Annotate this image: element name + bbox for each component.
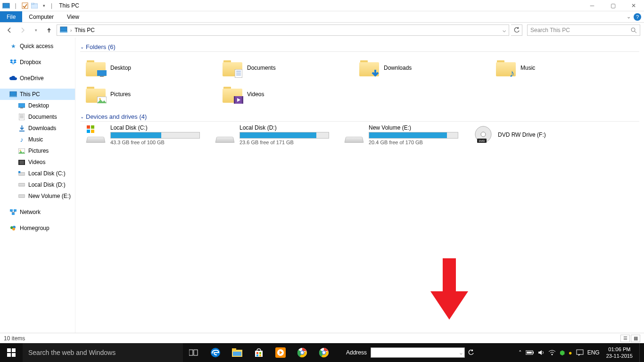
- divider-icon: |: [11, 1, 20, 10]
- desktop-icon: [18, 102, 25, 109]
- folder-pictures[interactable]: Pictures: [86, 81, 204, 107]
- taskbar-store[interactable]: [248, 343, 270, 362]
- nav-music[interactable]: ♪ Music: [0, 134, 75, 145]
- svg-rect-49: [87, 130, 90, 133]
- drive-icon: [344, 124, 364, 144]
- help-icon[interactable]: ?: [634, 13, 641, 21]
- folder-music[interactable]: ♪ Music: [496, 55, 614, 81]
- new-folder-icon[interactable]: [30, 1, 39, 10]
- tray-language[interactable]: ENG: [587, 349, 600, 356]
- svg-rect-47: [87, 125, 90, 129]
- nav-this-pc[interactable]: This PC: [0, 89, 75, 100]
- svg-rect-48: [91, 125, 94, 129]
- nav-local-d[interactable]: Local Disk (D:): [0, 179, 75, 190]
- tray-battery-icon[interactable]: [526, 350, 534, 355]
- taskbar-clock[interactable]: 01:06 PM 23-11-2015: [603, 346, 636, 359]
- svg-rect-80: [533, 352, 534, 354]
- content-area: ⌄ Folders (6) Desktop Documents Downlo: [75, 38, 644, 333]
- tray-app-icon[interactable]: ●: [569, 349, 572, 356]
- drive-e[interactable]: New Volume (E:) 20.4 GB free of 170 GB: [344, 124, 462, 145]
- title-bar: | ▾ | This PC ─ ▢ ✕: [0, 0, 644, 11]
- nav-quick-access[interactable]: ★ Quick access: [0, 41, 75, 52]
- taskbar-chrome[interactable]: [291, 343, 313, 362]
- address-dropdown-icon[interactable]: ⌵: [501, 27, 508, 33]
- svg-rect-17: [19, 131, 25, 132]
- nav-videos[interactable]: Videos: [0, 156, 75, 168]
- tab-file[interactable]: File: [0, 11, 22, 22]
- taskbar-search[interactable]: Search the web and Windows: [23, 343, 183, 362]
- taskbar-explorer[interactable]: [226, 343, 248, 362]
- tray-volume-icon[interactable]: [538, 349, 545, 356]
- breadcrumb-item[interactable]: This PC: [73, 27, 97, 33]
- tab-computer[interactable]: Computer: [22, 11, 60, 22]
- recent-dropdown-icon[interactable]: ▾: [30, 25, 41, 36]
- folder-desktop[interactable]: Desktop: [86, 55, 204, 81]
- tray-wifi-icon[interactable]: [548, 350, 556, 355]
- taskbar-chrome-2[interactable]: [313, 343, 335, 362]
- view-details-button[interactable]: ☰: [620, 335, 630, 342]
- tray-overflow-icon[interactable]: ˄: [519, 349, 522, 356]
- nav-local-c[interactable]: Local Disk (C:): [0, 168, 75, 179]
- taskbar-edge[interactable]: [205, 343, 226, 362]
- group-header-drives[interactable]: ⌄ Devices and drives (4): [80, 113, 639, 122]
- address-dropdown-icon[interactable]: ⌵: [458, 350, 464, 355]
- svg-rect-57: [12, 348, 16, 352]
- drive-d[interactable]: Local Disk (D:) 23.6 GB free of 171 GB: [215, 124, 333, 145]
- nav-new-vol-e[interactable]: New Volume (E:): [0, 190, 75, 202]
- taskbar-address-box[interactable]: ⌵: [371, 347, 465, 358]
- dropbox-icon: [9, 58, 17, 66]
- task-view-button[interactable]: [183, 343, 205, 362]
- close-button[interactable]: ✕: [623, 0, 644, 11]
- breadcrumb-chevron-icon[interactable]: ›: [69, 28, 73, 33]
- svg-point-52: [481, 132, 486, 137]
- window-title: This PC: [59, 2, 79, 9]
- nav-network[interactable]: Network: [0, 206, 75, 218]
- address-bar[interactable]: › This PC ⌵: [57, 25, 509, 36]
- star-icon: ★: [9, 42, 17, 50]
- folder-downloads[interactable]: Downloads: [359, 55, 477, 81]
- usage-bar: [369, 132, 458, 139]
- status-bar: 10 items ☰ ▦: [0, 333, 644, 343]
- group-header-folders[interactable]: ⌄ Folders (6): [80, 43, 639, 52]
- collapse-icon: ⌄: [80, 114, 84, 119]
- ribbon-expand-icon[interactable]: ⌄: [627, 14, 631, 20]
- drive-f[interactable]: DVD DVD RW Drive (F:): [473, 124, 591, 145]
- tab-view[interactable]: View: [60, 11, 86, 22]
- taskbar-media-player[interactable]: [270, 343, 291, 362]
- svg-rect-83: [577, 350, 583, 354]
- folder-videos[interactable]: Videos: [223, 81, 340, 107]
- start-button[interactable]: [0, 343, 23, 362]
- navigation-pane: ★ Quick access Dropbox OneDrive This PC: [0, 38, 75, 333]
- nav-homegroup[interactable]: Homegroup: [0, 222, 75, 234]
- drive-icon: [215, 124, 235, 144]
- maximize-button[interactable]: ▢: [603, 0, 623, 11]
- search-box[interactable]: Search This PC: [527, 25, 640, 36]
- svg-point-82: [551, 354, 553, 355]
- navigation-bar: ▾ › This PC ⌵ Search This PC: [0, 23, 644, 38]
- pictures-icon: [18, 147, 25, 155]
- divider-icon: |: [51, 2, 52, 9]
- nav-pictures[interactable]: Pictures: [0, 145, 75, 156]
- drive-c[interactable]: Local Disk (C:) 43.3 GB free of 100 GB: [86, 124, 204, 145]
- folder-documents[interactable]: Documents: [223, 55, 340, 81]
- nav-documents[interactable]: Documents: [0, 111, 75, 123]
- nav-downloads[interactable]: Downloads: [0, 123, 75, 134]
- nav-onedrive[interactable]: OneDrive: [0, 73, 75, 84]
- nav-dropbox[interactable]: Dropbox: [0, 57, 75, 68]
- nav-desktop[interactable]: Desktop: [0, 100, 75, 111]
- forward-button[interactable]: [17, 25, 28, 36]
- up-button[interactable]: [43, 25, 55, 36]
- qat-dropdown-icon[interactable]: ▾: [40, 1, 48, 10]
- tray-action-center-icon[interactable]: [576, 349, 584, 356]
- svg-point-7: [631, 28, 635, 32]
- system-tray: ˄ ⬢ ●: [519, 349, 584, 356]
- properties-icon[interactable]: [21, 1, 29, 10]
- refresh-button[interactable]: [511, 25, 522, 36]
- taskbar-address-go[interactable]: [466, 347, 476, 358]
- show-desktop-button[interactable]: [639, 343, 642, 362]
- back-button[interactable]: [4, 25, 15, 36]
- minimize-button[interactable]: ─: [582, 0, 603, 11]
- view-large-icons-button[interactable]: ▦: [631, 335, 640, 342]
- svg-point-19: [20, 149, 21, 151]
- tray-app-icon[interactable]: ⬢: [560, 349, 565, 356]
